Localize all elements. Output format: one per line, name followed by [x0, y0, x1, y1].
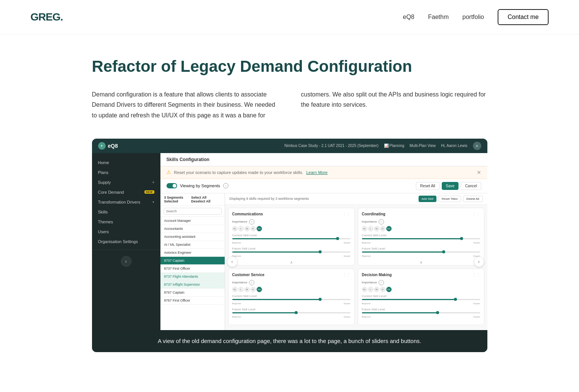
- delete-all-button[interactable]: Delete All: [463, 196, 483, 202]
- skill-card-customer-service: Customer Service ⋮⋮ Importance i VL: [228, 269, 355, 325]
- sidebar-item-home[interactable]: Home: [92, 158, 160, 168]
- current-skill-slider[interactable]: [232, 238, 351, 239]
- job-8737-flight-attendants[interactable]: 8737 Flight Attendants: [160, 273, 225, 281]
- app-header-planning: 📊 Planning: [384, 144, 405, 148]
- app-logo: ● eQ8: [98, 142, 118, 150]
- skill-name-communications: Communications: [232, 212, 263, 216]
- app-avatar: A: [473, 142, 481, 150]
- job-8767-first-officer[interactable]: 8767 First Officer: [160, 297, 225, 305]
- expand-button-2[interactable]: ∨: [362, 260, 480, 264]
- app-logo-icon: ●: [98, 142, 106, 150]
- nav-eq8[interactable]: eQ8: [403, 14, 414, 21]
- add-skill-button[interactable]: Add Skill: [419, 196, 436, 202]
- job-accounting-assistant[interactable]: Accounting assistant: [160, 233, 225, 241]
- job-avionics[interactable]: Avionics Engineer: [160, 249, 225, 257]
- reset-all-button[interactable]: Reset All: [416, 182, 439, 190]
- sidebar-item-users[interactable]: Users: [92, 227, 160, 237]
- job-8767-captain[interactable]: 8767 Captain: [160, 289, 225, 297]
- job-accountants[interactable]: Accountants: [160, 225, 225, 233]
- skills-grid-header: Displaying 9 skills required by 3 workfo…: [225, 193, 487, 205]
- imp-dot-l[interactable]: L: [238, 226, 244, 231]
- skills-action-buttons: Add Skill Reset Titles Delete All: [419, 196, 483, 202]
- search-input[interactable]: [163, 208, 222, 215]
- app-logo-text: eQ8: [108, 143, 118, 149]
- importance-info-icon-3[interactable]: i: [249, 280, 254, 285]
- app-body: Home Plans Supply ▾ Core Demand NEW Tran…: [92, 153, 487, 330]
- drag-icon-2: ⋮⋮: [473, 212, 480, 216]
- description-left: Demand configuration is a feature that a…: [92, 89, 278, 120]
- toolbar-buttons: Reset All Save Cancel: [416, 182, 481, 190]
- job-ai-ml[interactable]: AI / ML Specialist: [160, 241, 225, 249]
- coordinating-future-slider[interactable]: [362, 251, 480, 253]
- importance-info-icon-4[interactable]: i: [379, 280, 384, 285]
- app-toolbar: Viewing by Segments i Reset All Save Can…: [160, 179, 487, 193]
- info-icon[interactable]: i: [223, 183, 228, 188]
- alert-icon: ⚠: [167, 169, 171, 175]
- sidebar-item-plans[interactable]: Plans: [92, 168, 160, 177]
- customer-current-slider[interactable]: [232, 299, 351, 300]
- job-8737-first-officer[interactable]: 8737 First Officer: [160, 265, 225, 273]
- alert-close-button[interactable]: ✕: [477, 169, 481, 175]
- expand-button[interactable]: ∧: [232, 260, 351, 264]
- app-header-right: Nimbus Case Study - 2.1 UAT 2021 - 2025 …: [284, 142, 481, 150]
- imp-dot-vh[interactable]: VH: [257, 226, 262, 231]
- job-8737-inflight-supervisor[interactable]: 8737 Inflight Supervisor: [160, 281, 225, 289]
- importance-info-icon[interactable]: i: [249, 219, 254, 224]
- app-sidebar: Home Plans Supply ▾ Core Demand NEW Tran…: [92, 153, 160, 330]
- decision-current-slider[interactable]: [362, 299, 480, 300]
- future-skill-slider[interactable]: [232, 251, 351, 253]
- imp-dot-h[interactable]: H: [251, 226, 256, 231]
- sidebar-item-skills[interactable]: Skills: [92, 207, 160, 217]
- nav-portfolio[interactable]: portfolio: [462, 14, 484, 21]
- segments-toggle[interactable]: [167, 183, 177, 188]
- nav-faethm[interactable]: Faethm: [428, 14, 449, 21]
- job-account-manager[interactable]: Account Manager: [160, 217, 225, 225]
- jobs-panel-header: 3 Segments Selected Select All Deselect …: [160, 193, 225, 206]
- imp-dot-m[interactable]: M: [244, 226, 250, 231]
- future-skill-label: Future Skill Level: [232, 247, 351, 250]
- sidebar-item-supply[interactable]: Supply ▾: [92, 177, 160, 187]
- importance-label: Importance: [232, 220, 247, 223]
- contact-button[interactable]: Contact me: [498, 9, 549, 25]
- sidebar-item-transformation[interactable]: Transformation Drivers ▾: [92, 197, 160, 207]
- description-right: customers. We also split out the APIs an…: [301, 89, 487, 120]
- drag-icon-4: ⋮⋮: [473, 273, 480, 277]
- sidebar-item-themes[interactable]: Themes: [92, 217, 160, 227]
- app-header-bar: ● eQ8 Nimbus Case Study - 2.1 UAT 2021 -…: [92, 139, 487, 153]
- customer-future-slider[interactable]: [232, 312, 351, 313]
- segments-area: 3 Segments Selected Select All Deselect …: [160, 193, 487, 330]
- page-title: Refactor of Legacy Demand Configuration: [92, 57, 487, 76]
- view-toggle: Viewing by Segments i: [167, 183, 229, 188]
- skill-card-coordinating: Coordinating ⋮⋮ Importance i VL: [358, 208, 484, 266]
- alert-text: Reset your scenario to capture updates m…: [174, 170, 303, 175]
- skill-name-customer-service: Customer Service: [232, 273, 265, 277]
- alert-learn-more[interactable]: Learn More: [306, 170, 327, 175]
- sidebar-item-org[interactable]: Organisation Settings: [92, 237, 160, 247]
- decision-future-slider[interactable]: [362, 312, 480, 313]
- skill-card-communications: Communications ⋮⋮ Importance i VL: [228, 208, 355, 266]
- job-8737-captain[interactable]: 8737 Captain: [160, 257, 225, 265]
- future-slider-labels: BeginnerExpert: [232, 255, 351, 257]
- select-all-link[interactable]: Select All: [191, 196, 206, 199]
- reset-titles-button[interactable]: Reset Titles: [438, 196, 461, 202]
- search-box: [160, 206, 225, 217]
- cancel-button[interactable]: Cancel: [461, 182, 481, 190]
- nav-arrow-right[interactable]: ›: [474, 256, 484, 267]
- save-button[interactable]: Save: [442, 182, 459, 190]
- skills-config-tab[interactable]: Skills Configuration: [160, 153, 487, 166]
- viewing-label: Viewing by Segments: [180, 183, 220, 188]
- skills-grid-area: Displaying 9 skills required by 3 workfo…: [225, 193, 487, 330]
- skills-info-text: Displaying 9 skills required by 3 workfo…: [230, 197, 309, 201]
- description-section: Demand configuration is a feature that a…: [92, 89, 487, 120]
- sidebar-collapse-button[interactable]: ‹: [121, 256, 132, 267]
- sidebar-item-core-demand[interactable]: Core Demand NEW: [92, 187, 160, 197]
- app-header-user: Hi, Aaron Lewis: [441, 144, 467, 148]
- app-screenshot: ● eQ8 Nimbus Case Study - 2.1 UAT 2021 -…: [92, 139, 487, 330]
- app-screenshot-container: ● eQ8 Nimbus Case Study - 2.1 UAT 2021 -…: [92, 139, 487, 352]
- app-header-scenario: Nimbus Case Study - 2.1 UAT 2021 - 2025 …: [284, 144, 379, 148]
- deselect-all-link[interactable]: Deselect All: [191, 199, 211, 203]
- nav-arrow-left[interactable]: ‹: [227, 256, 238, 267]
- importance-info-icon-2[interactable]: i: [379, 219, 384, 224]
- coordinating-current-slider[interactable]: [362, 238, 480, 239]
- imp-dot-vl[interactable]: VL: [232, 226, 238, 231]
